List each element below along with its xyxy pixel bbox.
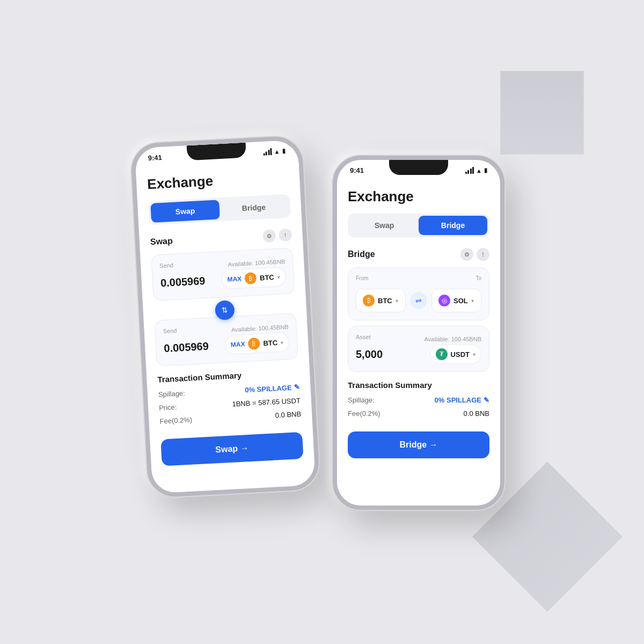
- to-token-name: SOL: [453, 297, 468, 305]
- notch-2: [389, 160, 448, 175]
- tx-summary-1: Transaction Summary Spillage: 0% SPILLAG…: [157, 368, 302, 426]
- from-token-name: BTC: [378, 297, 392, 305]
- time-1: 9:41: [148, 153, 162, 162]
- btc-icon-2: ₿: [248, 338, 260, 350]
- token-selector-2[interactable]: MAX ₿ BTC ▾: [224, 332, 290, 355]
- from-btc-icon: ₿: [363, 295, 375, 306]
- fee-label-1: Fee(0.2%): [159, 415, 192, 425]
- network-labels-row: From To: [356, 275, 481, 284]
- send-label-2: Send: [163, 327, 177, 334]
- spillage-value-1: 0% SPILLAGE ✎: [245, 383, 300, 394]
- wifi-icon-2: ▲: [476, 167, 482, 174]
- asset-card-label-row: Asset Available: 100.45BNB: [356, 334, 481, 345]
- tab-bridge-2[interactable]: Bridge: [419, 216, 487, 235]
- token-name-1: BTC: [260, 273, 274, 282]
- tx-fee-row-2: Fee(0.2%) 0.0 BNB: [348, 409, 489, 418]
- amount-2: 0.005969: [164, 340, 209, 354]
- token-name-2: BTC: [263, 338, 277, 347]
- tab-swap-2[interactable]: Swap: [350, 216, 419, 235]
- amount-1: 0.005969: [160, 274, 206, 289]
- tab-swap-1[interactable]: Swap: [150, 200, 220, 223]
- max-btn-2[interactable]: MAX: [230, 340, 245, 348]
- section-icons-2: ⚙ !: [460, 248, 489, 261]
- available-2: Available: 100.45BNB: [231, 324, 289, 333]
- phones-container: 9:41 ▲ ▮ Exchange Swap: [140, 145, 504, 499]
- tx-price-row: Price: 1BNB = 587.65 USDT: [159, 397, 301, 412]
- phone-1: 9:41 ▲ ▮ Exchange Swap: [130, 135, 320, 498]
- spillage-value-2: 0% SPILLAGE ✎: [435, 396, 489, 404]
- send-card-1: Send Available: 100.45BNB 0.005969 MAX ₿…: [151, 247, 295, 301]
- status-icons-1: ▲ ▮: [263, 148, 286, 156]
- status-icons-2: ▲ ▮: [465, 167, 487, 174]
- from-label: From: [356, 275, 368, 281]
- phone-2: 9:41 ▲ ▮ Exchange Swap: [333, 156, 504, 510]
- phone-1-screen: 9:41 ▲ ▮ Exchange Swap: [135, 140, 316, 493]
- fee-value-1: 0.0 BNB: [275, 410, 301, 420]
- screen-1: Exchange Swap Bridge Swap ⚙ !: [136, 157, 316, 487]
- phone-2-screen: 9:41 ▲ ▮ Exchange Swap: [337, 160, 500, 506]
- spillage-label-1: Spillage:: [158, 389, 186, 399]
- to-sol-icon: ◎: [438, 295, 450, 306]
- fee-label-2: Fee(0.2%): [348, 409, 380, 418]
- network-row-wrapper: From To ₿ BTC ▾ ⇌ ◎ SOL ▾: [348, 267, 489, 320]
- swap-arrow-btn[interactable]: ⇅: [215, 300, 235, 320]
- token-selector-1[interactable]: MAX ₿ BTC ▾: [221, 267, 287, 289]
- signal-icon-1: [263, 149, 272, 156]
- asset-chevron-icon: ▾: [473, 352, 475, 357]
- asset-label: Asset: [356, 334, 371, 340]
- tx-spillage-row-2: Spillage: 0% SPILLAGE ✎: [348, 396, 489, 404]
- asset-available: Available: 100.45BNB: [424, 336, 481, 342]
- usdt-icon: ₮: [436, 348, 448, 360]
- settings-icon-1[interactable]: ⚙: [262, 229, 276, 243]
- edit-icon-1: ✎: [294, 383, 300, 392]
- send-label-1: Send: [159, 262, 173, 269]
- signal-icon-2: [465, 167, 474, 174]
- battery-icon-2: ▮: [484, 167, 487, 174]
- tx-spillage-row: Spillage: 0% SPILLAGE ✎: [158, 383, 300, 399]
- asset-amount: 5,000: [356, 348, 383, 361]
- edit-icon-2: ✎: [484, 396, 489, 404]
- from-chevron-icon: ▾: [396, 298, 398, 304]
- tx-title-1: Transaction Summary: [157, 368, 299, 384]
- asset-token-selector[interactable]: ₮ USDT ▾: [430, 345, 481, 364]
- wifi-icon-1: ▲: [274, 148, 280, 155]
- to-network-selector[interactable]: ◎ SOL ▾: [431, 289, 481, 312]
- section-icons-1: ⚙ !: [262, 228, 292, 243]
- section-title-1: Swap: [150, 236, 173, 247]
- tx-fee-row: Fee(0.2%) 0.0 BNB: [159, 410, 301, 426]
- price-label-1: Price:: [159, 403, 177, 412]
- page-title-1: Exchange: [147, 169, 289, 193]
- bridge-action-btn[interactable]: Bridge →: [348, 431, 489, 458]
- asset-card: Asset Available: 100.45BNB 5,000 ₮ USDT …: [348, 326, 489, 372]
- chevron-icon-2: ▾: [281, 339, 284, 345]
- info-icon-1[interactable]: !: [279, 228, 292, 241]
- to-label: To: [475, 275, 481, 281]
- fee-value-2: 0.0 BNB: [464, 409, 489, 418]
- price-value-1: 1BNB = 587.65 USDT: [232, 397, 301, 408]
- battery-icon-1: ▮: [282, 148, 286, 155]
- btc-icon-1: ₿: [245, 272, 257, 284]
- chevron-icon-1: ▾: [277, 274, 280, 280]
- asset-input-row: 5,000 ₮ USDT ▾: [356, 345, 481, 364]
- tx-title-2: Transaction Summary: [348, 380, 489, 390]
- settings-icon-2[interactable]: ⚙: [460, 248, 473, 261]
- tx-summary-2: Transaction Summary Spillage: 0% SPILLAG…: [348, 380, 489, 418]
- tab-bridge-1[interactable]: Bridge: [219, 196, 289, 219]
- page-title-2: Exchange: [348, 188, 489, 205]
- time-2: 9:41: [350, 166, 364, 174]
- spillage-label-2: Spillage:: [348, 396, 375, 404]
- asset-token-name: USDT: [451, 350, 470, 358]
- screen-2: Exchange Swap Bridge Bridge ⚙ !: [337, 178, 500, 500]
- from-network-selector[interactable]: ₿ BTC ▾: [356, 289, 406, 312]
- swap-action-btn[interactable]: Swap →: [160, 432, 303, 466]
- to-chevron-icon: ▾: [471, 298, 474, 304]
- info-icon-2[interactable]: !: [477, 248, 489, 261]
- bridge-swap-icon[interactable]: ⇌: [410, 292, 427, 309]
- section-header-1: Swap ⚙ !: [150, 228, 292, 248]
- section-title-2: Bridge: [348, 250, 375, 259]
- tab-switcher-1: Swap Bridge: [148, 194, 291, 225]
- section-header-2: Bridge ⚙ !: [348, 248, 489, 261]
- network-selectors-row: ₿ BTC ▾ ⇌ ◎ SOL ▾: [356, 289, 481, 312]
- max-btn-1[interactable]: MAX: [227, 275, 241, 283]
- tab-switcher-2: Swap Bridge: [348, 214, 489, 237]
